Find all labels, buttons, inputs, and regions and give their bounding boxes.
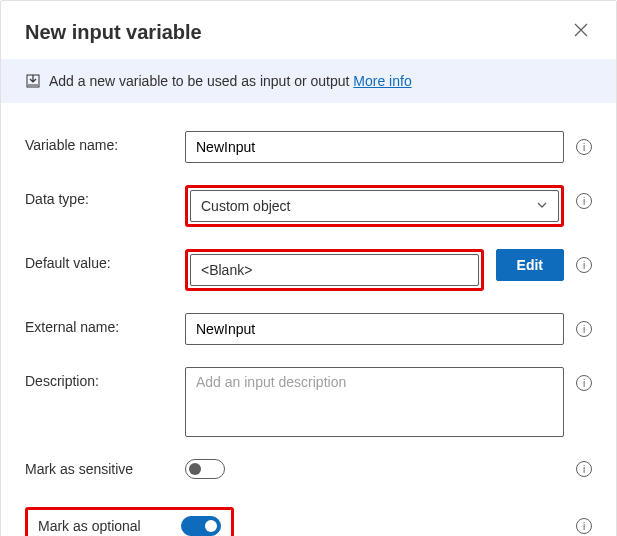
default-value-display: <Blank> [190, 254, 479, 286]
info-icon[interactable]: i [576, 461, 592, 477]
description-textarea[interactable] [185, 367, 564, 437]
label-default-value: Default value: [25, 249, 185, 271]
chevron-down-icon [536, 199, 548, 214]
form-body: Variable name: i Data type: Custom objec… [1, 103, 616, 536]
dialog-title: New input variable [25, 21, 202, 44]
info-icon[interactable]: i [576, 257, 592, 273]
label-mark-optional: Mark as optional [38, 518, 141, 534]
data-type-value: Custom object [201, 198, 290, 214]
row-external-name: External name: i [25, 313, 592, 345]
label-variable-name: Variable name: [25, 131, 185, 153]
highlight-default-value: <Blank> [185, 249, 484, 291]
dialog-new-input-variable: New input variable Add a new variable to… [0, 0, 617, 536]
label-description: Description: [25, 367, 185, 389]
info-banner-text: Add a new variable to be used as input o… [49, 73, 412, 89]
dialog-header: New input variable [1, 1, 616, 59]
info-icon[interactable]: i [576, 139, 592, 155]
default-value-text: <Blank> [201, 262, 252, 278]
row-default-value: Default value: <Blank> Edit i [25, 249, 592, 291]
info-icon[interactable]: i [576, 518, 592, 534]
row-mark-sensitive: Mark as sensitive i [25, 459, 592, 479]
row-data-type: Data type: Custom object i [25, 185, 592, 227]
label-mark-sensitive: Mark as sensitive [25, 461, 185, 477]
highlight-data-type: Custom object [185, 185, 564, 227]
row-description: Description: i [25, 367, 592, 437]
highlight-mark-optional: Mark as optional [25, 507, 234, 536]
more-info-link[interactable]: More info [353, 73, 411, 89]
label-data-type: Data type: [25, 185, 185, 207]
edit-button[interactable]: Edit [496, 249, 564, 281]
info-banner: Add a new variable to be used as input o… [1, 59, 616, 103]
external-name-input[interactable] [185, 313, 564, 345]
download-icon [25, 73, 41, 89]
info-banner-message: Add a new variable to be used as input o… [49, 73, 353, 89]
row-mark-optional: Mark as optional i [25, 507, 592, 536]
close-button[interactable] [570, 19, 592, 45]
info-icon[interactable]: i [576, 375, 592, 391]
info-icon[interactable]: i [576, 193, 592, 209]
close-icon [574, 23, 588, 37]
row-variable-name: Variable name: i [25, 131, 592, 163]
info-icon[interactable]: i [576, 321, 592, 337]
data-type-select[interactable]: Custom object [190, 190, 559, 222]
mark-optional-toggle[interactable] [181, 516, 221, 536]
mark-sensitive-toggle[interactable] [185, 459, 225, 479]
variable-name-input[interactable] [185, 131, 564, 163]
label-external-name: External name: [25, 313, 185, 335]
